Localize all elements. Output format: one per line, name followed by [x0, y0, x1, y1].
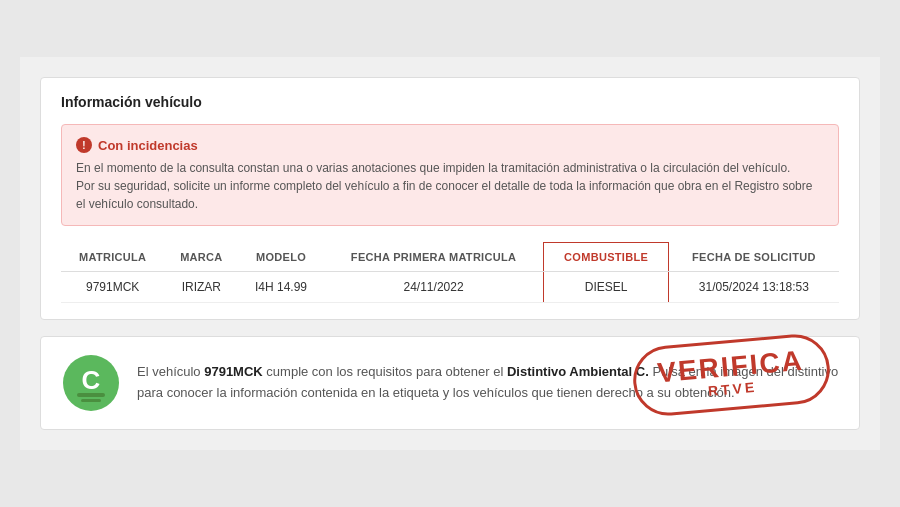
env-badge-icon[interactable]: C — [61, 353, 121, 413]
alert-line1: En el momento de la consulta constan una… — [76, 161, 790, 175]
alert-text: En el momento de la consulta constan una… — [76, 159, 824, 213]
table-row: 9791MCK IRIZAR I4H 14.99 24/11/2022 DIES… — [61, 272, 839, 303]
cell-modelo: I4H 14.99 — [238, 272, 323, 303]
svg-text:C: C — [82, 365, 101, 395]
env-text-before: El vehículo — [137, 364, 204, 379]
env-text-middle: cumple con los requisitos para obtener e… — [263, 364, 507, 379]
cell-combustible: DIESEL — [544, 272, 668, 303]
stamp-border: VERIFICA RTVE — [631, 332, 833, 419]
col-fecha-primera: FECHA PRIMERA MATRICULA — [324, 243, 544, 272]
alert-box: ! Con incidencias En el momento de la co… — [61, 124, 839, 226]
alert-header: ! Con incidencias — [76, 137, 824, 153]
stamp-rtve-text: RTVE — [708, 379, 759, 399]
vehicle-info-card: Información vehículo ! Con incidencias E… — [40, 77, 860, 320]
bottom-section: C El vehículo 9791MCK cumple con los req… — [40, 336, 860, 430]
cell-fecha-primera: 24/11/2022 — [324, 272, 544, 303]
vehicle-table: MATRICULA MARCA MODELO FECHA PRIMERA MAT… — [61, 242, 839, 303]
table-header-row: MATRICULA MARCA MODELO FECHA PRIMERA MAT… — [61, 243, 839, 272]
col-combustible: COMBUSTIBLE — [544, 243, 668, 272]
alert-icon: ! — [76, 137, 92, 153]
cell-marca: IRIZAR — [164, 272, 238, 303]
cell-matricula: 9791MCK — [61, 272, 164, 303]
col-marca: MARCA — [164, 243, 238, 272]
card-title: Información vehículo — [61, 94, 839, 110]
svg-rect-3 — [81, 399, 101, 402]
env-badge-name: Distintivo Ambiental C. — [507, 364, 649, 379]
env-plate: 9791MCK — [204, 364, 263, 379]
col-modelo: MODELO — [238, 243, 323, 272]
svg-rect-2 — [77, 393, 105, 397]
col-fecha-solicitud: FECHA DE SOLICITUD — [668, 243, 839, 272]
col-matricula: MATRICULA — [61, 243, 164, 272]
alert-line2: Por su seguridad, solicite un informe co… — [76, 179, 812, 211]
alert-title: Con incidencias — [98, 138, 198, 153]
verifica-stamp: VERIFICA RTVE — [633, 340, 830, 410]
cell-fecha-solicitud: 31/05/2024 13:18:53 — [668, 272, 839, 303]
